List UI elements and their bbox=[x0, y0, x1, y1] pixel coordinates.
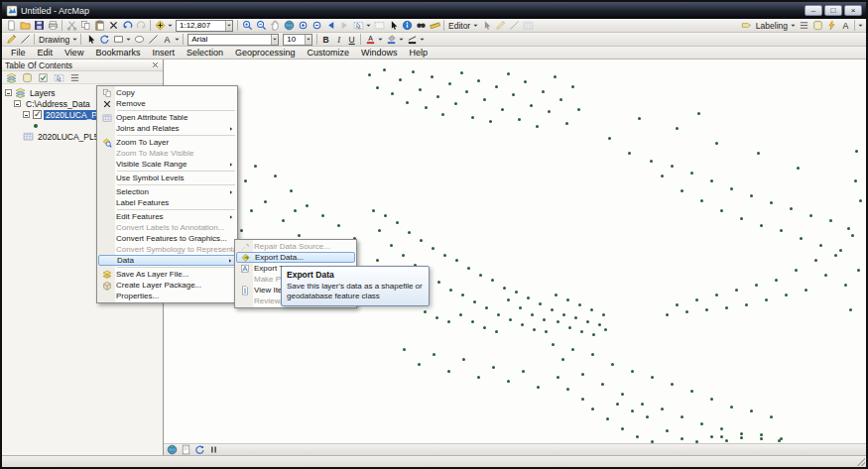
font-color-icon[interactable]: A bbox=[363, 33, 377, 46]
redo-icon[interactable] bbox=[134, 19, 148, 32]
copy-icon[interactable] bbox=[78, 19, 92, 32]
select-features-icon[interactable] bbox=[351, 19, 365, 32]
menu-item-selection[interactable]: Selection bbox=[98, 186, 236, 197]
menu-item-remove[interactable]: Remove bbox=[98, 98, 236, 109]
refresh-view-button[interactable] bbox=[193, 444, 205, 455]
line-color-icon[interactable] bbox=[405, 33, 419, 46]
clear-selected-features-icon[interactable] bbox=[372, 19, 386, 32]
minimize-button[interactable]: – bbox=[805, 5, 822, 16]
toc-options-icon[interactable] bbox=[68, 71, 81, 83]
add-data-icon[interactable] bbox=[153, 19, 167, 32]
add-data-icon-dropdown[interactable] bbox=[167, 22, 174, 29]
attributes-icon[interactable] bbox=[521, 19, 535, 32]
fill-color-icon[interactable] bbox=[384, 33, 398, 46]
create-features-icon[interactable] bbox=[493, 19, 507, 32]
point-symbol-swatch[interactable] bbox=[34, 124, 38, 128]
edit-vertices-icon[interactable] bbox=[507, 19, 521, 32]
list-by-selection-icon[interactable] bbox=[53, 71, 65, 83]
zoom-out-icon[interactable] bbox=[254, 19, 268, 32]
menu-item-convert-features-to-graphics[interactable]: Convert Features to Graphics... bbox=[98, 233, 236, 244]
menu-customize[interactable]: Customize bbox=[302, 47, 356, 59]
save-icon[interactable] bbox=[32, 19, 46, 32]
rotate-icon[interactable] bbox=[97, 33, 111, 46]
list-by-drawing-order-icon[interactable] bbox=[5, 71, 18, 83]
fixed-zoom-in-icon[interactable] bbox=[296, 19, 310, 32]
lock-labels-icon[interactable] bbox=[824, 19, 838, 32]
map-scale-combo-dropdown[interactable] bbox=[225, 21, 232, 31]
drawing-dropdown-icon[interactable] bbox=[71, 36, 78, 43]
edit-tool-icon[interactable] bbox=[479, 19, 493, 32]
editor-dropdown-icon[interactable] bbox=[472, 22, 479, 29]
menu-item-export-data[interactable]: Export Data... bbox=[236, 252, 355, 263]
tree-expander-icon[interactable] bbox=[23, 111, 30, 118]
menu-geoprocessing[interactable]: Geoprocessing bbox=[229, 47, 302, 59]
undo-icon[interactable] bbox=[120, 19, 134, 32]
menu-item-repair-data-source[interactable]: Repair Data Source... bbox=[236, 241, 355, 252]
menu-item-zoom-to-make-visible[interactable]: Zoom To Make Visible bbox=[98, 148, 236, 159]
ellipse-tool-icon[interactable] bbox=[132, 33, 146, 46]
fill-color-icon-dropdown[interactable] bbox=[398, 36, 405, 43]
italic-button[interactable]: I bbox=[332, 34, 345, 46]
menu-item-zoom-to-layer[interactable]: Zoom To Layer bbox=[98, 137, 236, 148]
tree-expander-icon[interactable] bbox=[14, 100, 21, 107]
select-elements-icon[interactable] bbox=[83, 33, 97, 46]
menu-file[interactable]: File bbox=[5, 47, 32, 59]
map-scale-combo[interactable]: 1:12,807 bbox=[176, 20, 233, 32]
menu-item-copy[interactable]: Copy bbox=[98, 87, 236, 98]
layer-visibility-checkbox[interactable] bbox=[33, 110, 42, 119]
font-combo-dropdown[interactable] bbox=[271, 35, 278, 45]
menu-item-save-as-layer-file[interactable]: Save As Layer File... bbox=[98, 269, 236, 280]
select-features-icon-dropdown[interactable] bbox=[365, 22, 372, 29]
close-button[interactable]: × bbox=[844, 5, 862, 16]
toc-close-icon[interactable] bbox=[151, 60, 160, 69]
font-color-icon-dropdown[interactable] bbox=[377, 36, 384, 43]
pause-drawing-button[interactable] bbox=[207, 444, 219, 455]
label-manager-icon[interactable] bbox=[740, 19, 754, 32]
sketch-tool-icon[interactable] bbox=[4, 33, 18, 46]
view-unplaced-labels-icon[interactable]: A bbox=[838, 19, 852, 32]
menu-item-use-symbol-levels[interactable]: Use Symbol Levels bbox=[98, 173, 236, 183]
bold-button[interactable]: B bbox=[319, 34, 332, 46]
label-priority-ranking-icon[interactable] bbox=[797, 19, 810, 32]
font-size-combo[interactable]: 10 bbox=[283, 34, 312, 46]
font-size-combo-dropdown[interactable] bbox=[305, 35, 311, 45]
labeling-toolbar-button[interactable]: Labeling bbox=[754, 21, 790, 31]
print-icon[interactable] bbox=[46, 19, 60, 32]
cut-icon[interactable] bbox=[64, 19, 78, 32]
underline-button[interactable]: U bbox=[345, 34, 358, 46]
zoom-in-icon[interactable] bbox=[240, 19, 254, 32]
forward-extent-icon[interactable] bbox=[337, 19, 351, 32]
toolbar-options-icon[interactable] bbox=[857, 22, 864, 29]
text-tool-icon-dropdown[interactable] bbox=[174, 36, 181, 43]
measure-icon[interactable] bbox=[428, 19, 441, 32]
data-view-button[interactable] bbox=[166, 444, 178, 455]
pan-icon[interactable] bbox=[268, 19, 282, 32]
menu-item-data[interactable]: Data bbox=[98, 255, 236, 266]
find-icon[interactable] bbox=[414, 19, 428, 32]
fixed-zoom-out-icon[interactable] bbox=[310, 19, 323, 32]
list-by-source-icon[interactable] bbox=[21, 71, 34, 83]
menu-item-edit-features[interactable]: Edit Features bbox=[98, 211, 236, 222]
delete-icon[interactable] bbox=[106, 19, 120, 32]
menu-item-convert-labels-to-annotation[interactable]: Convert Labels to Annotation... bbox=[98, 222, 236, 233]
drawing-toolbar-button[interactable]: Drawing bbox=[37, 35, 71, 45]
snap-tool-icon[interactable] bbox=[18, 33, 32, 46]
new-document-icon[interactable] bbox=[4, 19, 18, 32]
menu-item-create-layer-package[interactable]: Create Layer Package... bbox=[98, 280, 236, 291]
font-combo[interactable]: Arial bbox=[187, 34, 279, 46]
editor-toolbar-button[interactable]: Editor bbox=[446, 21, 472, 31]
labeling-dropdown-icon[interactable] bbox=[790, 22, 797, 29]
tree-expander-icon[interactable] bbox=[5, 89, 12, 96]
line-tool-icon[interactable] bbox=[146, 33, 160, 46]
label-weight-ranking-icon[interactable] bbox=[810, 19, 824, 32]
rectangle-tool-icon[interactable] bbox=[111, 33, 125, 46]
maximize-button[interactable]: □ bbox=[824, 5, 842, 16]
menu-view[interactable]: View bbox=[59, 47, 89, 59]
menu-insert[interactable]: Insert bbox=[146, 47, 181, 59]
menu-help[interactable]: Help bbox=[404, 47, 434, 59]
full-extent-icon[interactable] bbox=[282, 19, 296, 32]
menu-item-visible-scale-range[interactable]: Visible Scale Range bbox=[98, 159, 236, 170]
menu-item-convert-symbology-to-representation[interactable]: Convert Symbology to Representation... bbox=[98, 244, 236, 255]
menu-item-properties[interactable]: Properties... bbox=[98, 291, 236, 301]
menu-bookmarks[interactable]: Bookmarks bbox=[89, 47, 146, 59]
